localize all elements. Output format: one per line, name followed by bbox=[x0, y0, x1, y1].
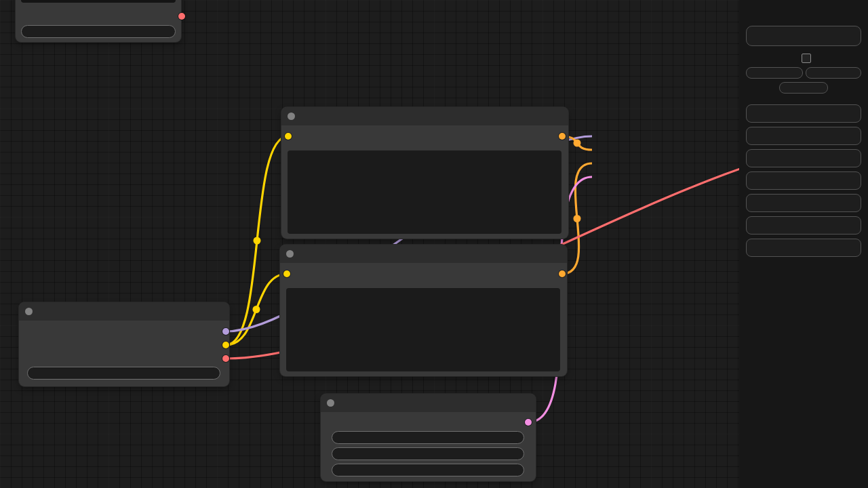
node-title-bar[interactable] bbox=[280, 245, 567, 263]
extra-options-checkbox[interactable] bbox=[802, 54, 811, 63]
load-checkpoint-node[interactable] bbox=[19, 302, 229, 386]
port-vae[interactable] bbox=[222, 355, 229, 362]
port-clip[interactable] bbox=[285, 133, 292, 140]
widget-vae_name[interactable] bbox=[21, 25, 176, 38]
clip-text-encode-negative-node[interactable] bbox=[280, 245, 567, 376]
node-title-bar[interactable] bbox=[281, 107, 568, 125]
port-clip[interactable] bbox=[283, 270, 290, 277]
port-latent[interactable] bbox=[525, 419, 532, 426]
load-default-button[interactable] bbox=[746, 216, 861, 235]
queue-prompt-button[interactable] bbox=[746, 26, 861, 46]
clear-button[interactable] bbox=[746, 194, 861, 212]
view-queue-button[interactable] bbox=[806, 67, 861, 79]
extra-options-row bbox=[746, 53, 861, 63]
collapse-dot-icon[interactable] bbox=[286, 250, 294, 258]
node-title-bar[interactable] bbox=[19, 302, 229, 321]
widget-width[interactable] bbox=[332, 431, 524, 444]
prompt-textarea[interactable] bbox=[288, 150, 561, 234]
queue-small-buttons bbox=[746, 67, 861, 79]
widget-combo[interactable] bbox=[27, 367, 220, 380]
port-model[interactable] bbox=[222, 328, 229, 335]
collapse-dot-icon[interactable] bbox=[288, 113, 295, 120]
clip-text-encode-positive-node[interactable] bbox=[281, 107, 568, 239]
save-button[interactable] bbox=[746, 104, 861, 123]
refresh-button[interactable] bbox=[746, 149, 861, 167]
port-conditioning[interactable] bbox=[559, 133, 566, 140]
collapse-dot-icon[interactable] bbox=[25, 308, 33, 315]
widget-height[interactable] bbox=[332, 447, 524, 460]
port-conditioning[interactable] bbox=[559, 270, 566, 277]
port-vae[interactable] bbox=[178, 13, 185, 20]
clipspace-button[interactable] bbox=[746, 171, 861, 190]
empty-latent-image-node[interactable] bbox=[321, 394, 536, 481]
collapse-dot-icon[interactable] bbox=[327, 399, 334, 407]
prompt-textarea[interactable] bbox=[286, 288, 560, 371]
load-button[interactable] bbox=[746, 127, 861, 145]
queue-front-button[interactable] bbox=[746, 67, 803, 79]
reset-view-button[interactable] bbox=[746, 239, 861, 257]
node-title-bar[interactable] bbox=[321, 394, 536, 412]
queue-row bbox=[746, 7, 861, 20]
view-history-button[interactable] bbox=[779, 82, 828, 94]
view-history-row bbox=[746, 82, 861, 94]
load-vae-node[interactable] bbox=[16, 0, 181, 42]
graph-canvas[interactable] bbox=[0, 0, 868, 488]
comfy-menu-panel bbox=[739, 0, 868, 488]
clipped-widget-strip bbox=[21, 0, 176, 3]
widget-batch_size[interactable] bbox=[332, 464, 524, 476]
port-clip[interactable] bbox=[222, 342, 229, 348]
